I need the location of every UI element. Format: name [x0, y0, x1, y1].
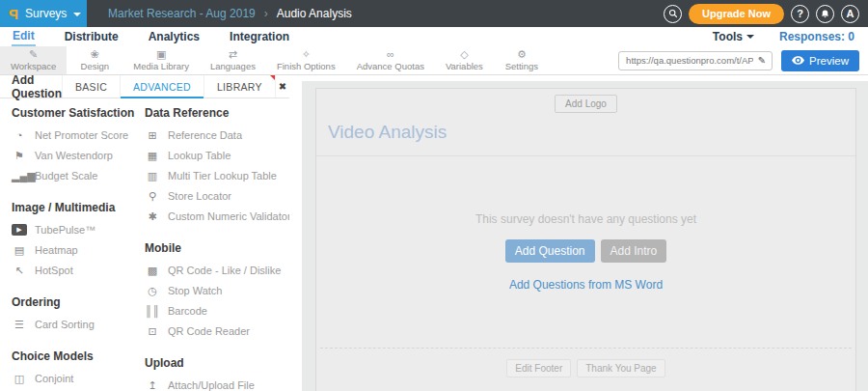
panel-section-image-multimedia: Image / Multimedia ▶ TubePulse™ ▤ Heatma… — [12, 185, 145, 280]
survey-url-box: ✎ — [618, 51, 773, 70]
panel-section-customer-satisfaction: Customer Satisfaction ◔ Net Promoter Sco… — [12, 100, 145, 185]
survey-page-footer: Edit Footer Thank You Page — [320, 348, 852, 391]
question-type-reference-data[interactable]: ⊞ Reference Data — [145, 125, 289, 145]
tools-menu[interactable]: Tools — [713, 30, 754, 43]
eye-icon — [792, 56, 804, 65]
toolbar-item-design[interactable]: ❀ Design — [67, 46, 122, 74]
toolbar-right: ✎ Preview — [618, 46, 868, 74]
cursor-icon: ↖ — [12, 265, 27, 276]
breadcrumb: Market Research - Aug 2019 › Audio Analy… — [108, 7, 352, 20]
account-avatar[interactable]: A — [841, 5, 859, 23]
question-type-custom-numeric-validator[interactable]: ✱ Custom Numeric Validator — [145, 206, 289, 226]
tools-label: Tools — [713, 30, 743, 43]
add-question-panel-header: Add Question BASIC ADVANCED LIBRARY ✖ — [0, 75, 289, 98]
upgrade-now-button[interactable]: Upgrade Now — [689, 4, 784, 24]
section-title-customer-satisfaction: Customer Satisfaction — [12, 106, 145, 120]
tab-library[interactable]: LIBRARY — [203, 75, 275, 98]
add-question-button[interactable]: Add Question — [505, 239, 595, 263]
menu-item-analytics[interactable]: Analytics — [148, 29, 201, 45]
toolbar-items: ✎ Workspace ❀ Design ▣ Media Library ⇄ L… — [0, 46, 550, 74]
toolbar-item-settings[interactable]: ⚙ Settings — [494, 46, 550, 74]
translate-icon: ⇄ — [229, 48, 237, 60]
add-question-panel: Add Question BASIC ADVANCED LIBRARY ✖ Cu… — [0, 75, 289, 391]
add-questions-from-ms-word-link[interactable]: Add Questions from MS Word — [509, 278, 663, 292]
question-type-card-sorting[interactable]: ☰ Card Sorting — [12, 314, 145, 334]
empty-survey-message: This survey doesn't have any questions y… — [475, 212, 696, 226]
question-type-stop-watch[interactable]: ◷ Stop Watch — [145, 280, 289, 300]
sort-list-icon: ☰ — [12, 319, 27, 330]
workspace-icon: ✎ — [29, 48, 38, 60]
question-type-lookup-table[interactable]: ▦ Lookup Table — [145, 145, 289, 165]
panel-section-choice-models: Choice Models ◫ Conjoint ✴ Max-Diff — [12, 334, 145, 391]
surveys-product-menu[interactable]: P Surveys — [0, 0, 87, 27]
chevron-down-icon — [73, 13, 81, 16]
panel-section-data-reference: Data Reference ⊞ Reference Data ▦ Lookup… — [145, 100, 289, 226]
survey-page-body: This survey doesn't have any questions y… — [316, 156, 855, 348]
question-type-heatmap[interactable]: ▤ Heatmap — [12, 239, 145, 260]
edit-footer-button[interactable]: Edit Footer — [506, 359, 571, 377]
survey-url-input[interactable] — [619, 55, 756, 66]
content-row: Add Question BASIC ADVANCED LIBRARY ✖ Cu… — [0, 75, 868, 391]
qr-code-icon: ▩ — [145, 265, 160, 276]
notifications-button[interactable] — [816, 5, 834, 23]
section-title-mobile: Mobile — [145, 241, 289, 255]
question-type-multi-tier-lookup-table[interactable]: ▥ Multi Tier Lookup Table — [145, 165, 289, 185]
toolbar-item-variables[interactable]: ◇ Variables — [435, 46, 494, 74]
survey-page-header: Add Logo Video Analysis — [316, 89, 855, 156]
tab-basic[interactable]: BASIC — [62, 75, 120, 98]
section-title-image-multimedia: Image / Multimedia — [12, 201, 145, 214]
tab-advanced[interactable]: ADVANCED — [120, 75, 203, 98]
menu-item-edit[interactable]: Edit — [12, 28, 36, 46]
question-type-qr-code-like-dislike[interactable]: ▩ QR Code - Like / Dislike — [145, 260, 289, 280]
toolbar-item-languages[interactable]: ⇄ Languages — [200, 46, 266, 74]
panel-section-upload: Upload ↥ Attach/Upload File ✒ Signature — [145, 341, 289, 391]
survey-toolbar: ✎ Workspace ❀ Design ▣ Media Library ⇄ L… — [0, 46, 868, 75]
question-type-hotspot[interactable]: ↖ HotSpot — [12, 260, 145, 280]
question-type-van-westendorp[interactable]: ⚑ Van Westendorp — [12, 145, 145, 165]
conjoint-cards-icon: ◫ — [12, 373, 27, 384]
toolbar-item-workspace[interactable]: ✎ Workspace — [0, 46, 67, 74]
tag-icon: ◇ — [460, 48, 468, 60]
toolbar-item-advance-quotas[interactable]: ∞ Advance Quotas — [346, 46, 435, 74]
topbar-actions: Upgrade Now ? A — [664, 4, 868, 24]
stopwatch-icon: ◷ — [145, 285, 160, 296]
question-type-tubepulse[interactable]: ▶ TubePulse™ — [12, 219, 145, 239]
app-window: P Surveys Market Research - Aug 2019 › A… — [0, 0, 868, 391]
quotas-links-icon: ∞ — [387, 48, 394, 60]
palette-icon: ❀ — [91, 48, 99, 60]
edit-url-icon[interactable]: ✎ — [756, 55, 772, 66]
menu-item-integration[interactable]: Integration — [229, 29, 290, 45]
close-panel-button[interactable]: ✖ — [275, 75, 289, 98]
menu-item-distribute[interactable]: Distribute — [64, 29, 120, 45]
barcode-icon: ║║ — [145, 305, 160, 317]
media-library-icon: ▣ — [156, 48, 166, 60]
video-play-icon: ▶ — [12, 224, 27, 236]
add-logo-button[interactable]: Add Logo — [555, 95, 617, 113]
question-type-conjoint[interactable]: ◫ Conjoint — [12, 368, 145, 388]
question-type-barcode[interactable]: ║║ Barcode — [145, 300, 289, 321]
question-type-store-locator[interactable]: ⚲ Store Locator — [145, 185, 289, 206]
help-button[interactable]: ? — [791, 5, 809, 23]
preview-label: Preview — [809, 55, 849, 67]
question-type-budget-scale[interactable]: ▂▄▆ Budget Scale — [12, 165, 145, 185]
reference-data-icon: ⊞ — [145, 129, 160, 141]
top-bar: P Surveys Market Research - Aug 2019 › A… — [0, 0, 868, 27]
preview-button[interactable]: Preview — [781, 50, 859, 71]
question-type-attach-upload-file[interactable]: ↥ Attach/Upload File — [145, 375, 289, 391]
search-button[interactable] — [664, 5, 682, 23]
survey-title[interactable]: Video Analysis — [328, 122, 844, 143]
toolbar-item-finish-options[interactable]: ✧ Finish Options — [266, 46, 346, 74]
panel-column: Customer Satisfaction ◔ Net Promoter Sco… — [12, 100, 145, 391]
numeric-validator-icon: ✱ — [145, 210, 160, 222]
new-badge-icon — [270, 75, 275, 80]
toolbar-item-media-library[interactable]: ▣ Media Library — [122, 46, 200, 74]
thank-you-page-button[interactable]: Thank You Page — [577, 359, 665, 377]
tab-library-label: LIBRARY — [217, 81, 262, 93]
add-intro-button[interactable]: Add Intro — [601, 239, 667, 263]
question-type-qr-code-reader[interactable]: ⊡ QR Code Reader — [145, 321, 289, 341]
magic-wand-icon: ✧ — [302, 48, 311, 60]
question-type-net-promoter-score[interactable]: ◔ Net Promoter Score — [12, 125, 145, 145]
responses-count-link[interactable]: Responses: 0 — [779, 30, 854, 43]
breadcrumb-folder[interactable]: Market Research - Aug 2019 — [108, 7, 256, 20]
breadcrumb-separator-icon: › — [264, 7, 268, 20]
